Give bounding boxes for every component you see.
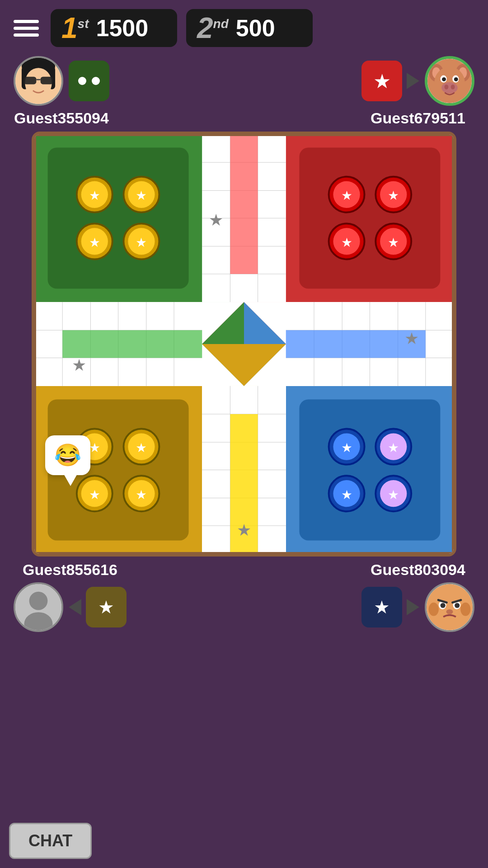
svg-text:★: ★ — [89, 441, 100, 455]
avatar-guest355094 — [14, 56, 63, 106]
svg-point-18 — [454, 77, 458, 81]
svg-point-144 — [429, 603, 439, 616]
svg-text:★: ★ — [89, 488, 100, 502]
arrow-left-bottom — [69, 599, 81, 615]
player-bottom-left-row: ★ — [14, 582, 127, 632]
dice-blue[interactable]: ★ — [361, 587, 402, 627]
player-name-guest855616: Guest855616 — [23, 561, 117, 579]
game-board: ★ ★ ★ ★ ★ ★ ★ ★ ★ ★ ★ ★ — [32, 132, 456, 557]
svg-text:★: ★ — [136, 189, 147, 203]
svg-rect-6 — [24, 77, 37, 85]
svg-text:★: ★ — [72, 356, 86, 374]
first-place-badge: 1st 1500 — [51, 9, 177, 47]
avatar-guest679511 — [425, 56, 474, 106]
bottom-players-row: Guest855616 ★ Guest803094 — [0, 557, 488, 632]
score-display: 1st 1500 2nd 500 — [51, 9, 479, 47]
svg-rect-26 — [299, 148, 440, 289]
svg-point-21 — [451, 85, 455, 90]
svg-rect-78 — [230, 134, 258, 274]
first-rank: 1st — [61, 14, 89, 42]
dice-green[interactable] — [69, 61, 109, 101]
second-rank: 2nd — [197, 14, 229, 42]
arrow-right-bottom — [407, 599, 419, 615]
chat-bubble: 😂 — [45, 435, 90, 475]
top-players-row: Guest355094 — [0, 52, 488, 132]
dice-red[interactable]: ★ — [361, 61, 402, 101]
svg-point-17 — [442, 77, 446, 81]
player-top-right-row: ★ — [361, 56, 474, 106]
avatar-guest803094 — [425, 582, 474, 632]
bald-avatar-svg — [427, 582, 473, 632]
player-name-guest679511: Guest679511 — [371, 109, 465, 127]
ludo-board-svg: ★ ★ ★ ★ ★ ★ ★ ★ ★ ★ ★ ★ — [32, 132, 456, 557]
chat-button[interactable]: CHAT — [9, 823, 92, 859]
svg-point-145 — [460, 603, 470, 616]
svg-text:★: ★ — [404, 330, 419, 348]
header: 1st 1500 2nd 500 — [0, 0, 488, 52]
svg-text:★: ★ — [341, 488, 352, 502]
player-bottom-left: Guest855616 ★ — [14, 561, 127, 632]
player-name-guest355094: Guest355094 — [14, 109, 109, 127]
second-place-badge: 2nd 500 — [186, 9, 313, 47]
svg-text:★: ★ — [209, 211, 223, 229]
menu-button[interactable] — [9, 15, 43, 41]
svg-rect-30 — [299, 399, 440, 540]
player-top-left-row — [14, 56, 109, 106]
woman-avatar-svg — [15, 56, 61, 106]
player-top-left: Guest355094 — [14, 56, 109, 127]
player-bottom-right: Guest803094 — [361, 561, 474, 632]
svg-rect-7 — [41, 77, 53, 85]
svg-point-148 — [441, 603, 446, 608]
first-score: 1500 — [96, 14, 149, 42]
arrow-right-top — [407, 73, 419, 89]
svg-text:★: ★ — [388, 236, 399, 250]
svg-text:★: ★ — [89, 189, 100, 203]
chat-emoji: 😂 — [54, 443, 81, 467]
svg-rect-24 — [48, 148, 189, 289]
svg-text:★: ★ — [237, 522, 251, 540]
svg-text:★: ★ — [136, 441, 147, 455]
svg-text:★: ★ — [136, 488, 147, 502]
svg-point-149 — [455, 603, 460, 608]
svg-point-19 — [441, 82, 458, 94]
svg-text:★: ★ — [136, 236, 147, 250]
player-name-guest803094: Guest803094 — [371, 561, 465, 579]
svg-text:★: ★ — [341, 236, 352, 250]
pig-avatar-svg — [427, 56, 472, 106]
player-top-right: ★ Guest679511 — [361, 56, 474, 127]
default-avatar-svg — [15, 582, 61, 632]
second-score: 500 — [236, 14, 275, 42]
svg-rect-80 — [62, 330, 202, 358]
svg-point-152 — [446, 609, 453, 614]
svg-text:★: ★ — [388, 189, 399, 203]
player-bottom-right-row: ★ — [361, 582, 474, 632]
avatar-guest855616 — [14, 582, 63, 632]
dice-yellow[interactable]: ★ — [86, 587, 127, 627]
svg-point-20 — [444, 85, 448, 90]
svg-point-140 — [29, 592, 48, 610]
svg-text:★: ★ — [341, 189, 352, 203]
svg-text:★: ★ — [388, 488, 399, 502]
svg-text:★: ★ — [341, 441, 352, 455]
svg-text:★: ★ — [388, 441, 399, 455]
svg-text:★: ★ — [89, 236, 100, 250]
